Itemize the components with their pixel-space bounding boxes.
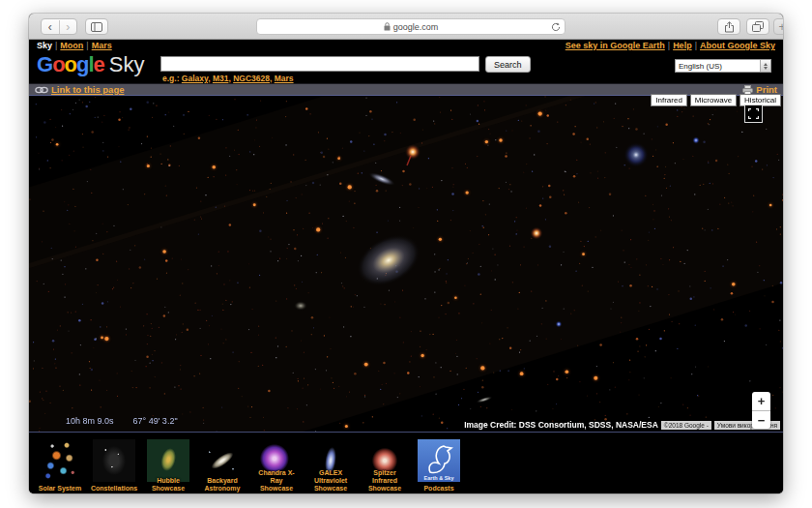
logo-letter: g bbox=[76, 52, 88, 76]
google-sky-logo: GoogleSky bbox=[37, 52, 145, 77]
forward-button[interactable]: › bbox=[59, 20, 77, 34]
microwave-button[interactable]: Microwave bbox=[690, 94, 737, 106]
showcase-label: GALEX Ultraviolet Showcase bbox=[300, 469, 362, 493]
language-value: English (US) bbox=[679, 62, 722, 71]
fullscreen-button[interactable] bbox=[744, 105, 763, 123]
safari-window: ‹ › google.com + Sk bbox=[29, 14, 783, 493]
showcase-chandra-xray[interactable]: Chandra X- Ray Showcase bbox=[253, 437, 300, 493]
search-examples: e.g.: Galaxy, M31, NGC3628, Mars bbox=[162, 74, 294, 83]
showcase-label: Hubble Showcase bbox=[137, 477, 199, 493]
back-button[interactable]: ‹ bbox=[42, 20, 59, 34]
showcase-backyard-astronomy[interactable]: Backyard Astronomy bbox=[199, 437, 246, 493]
dec-coordinate: 67° 49' 3.2" bbox=[133, 416, 178, 426]
chain-link-icon bbox=[35, 86, 48, 94]
zoom-in-button[interactable]: + bbox=[752, 392, 770, 410]
example-ngc3628-link[interactable]: NGC3628 bbox=[233, 74, 270, 83]
sky-map: Infrared Microwave Historical 10h 8m 9.0… bbox=[29, 96, 783, 432]
see-sky-in-google-earth-link[interactable]: See sky in Google Earth bbox=[566, 41, 665, 50]
showcase-label: Solar System bbox=[29, 485, 91, 493]
showcase-label: Backyard Astronomy bbox=[191, 477, 253, 493]
coordinate-readout: 10h 8m 9.0s 67° 49' 3.2" bbox=[66, 416, 178, 426]
separator: , bbox=[208, 74, 210, 83]
separator: , bbox=[228, 74, 230, 83]
showcase-spitzer-infrared[interactable]: Spitzer Infrared Showcase bbox=[362, 437, 408, 493]
example-m31-link[interactable]: M31 bbox=[213, 74, 229, 83]
logo-letter: o bbox=[52, 52, 64, 76]
printer-icon bbox=[742, 85, 753, 95]
infrared-button[interactable]: Infrared bbox=[651, 94, 687, 106]
address-bar[interactable]: google.com bbox=[256, 18, 566, 35]
topnav-right: See sky in Google Earth|Help|About Googl… bbox=[566, 41, 775, 50]
nav-button-group: ‹ › bbox=[41, 18, 77, 35]
showcase-solar-system[interactable]: Solar System bbox=[37, 437, 83, 493]
help-link[interactable]: Help bbox=[673, 41, 692, 50]
showcase-label: Spitzer Infrared Showcase bbox=[354, 469, 416, 493]
sidebar-icon bbox=[91, 22, 102, 32]
nav-sky-current: Sky bbox=[37, 41, 52, 50]
credit-row: Image Credit: DSS Consortium, SDSS, NASA… bbox=[464, 420, 780, 430]
sky-canvas[interactable] bbox=[29, 96, 783, 432]
select-arrows-icon bbox=[760, 60, 770, 72]
tab-overview-button[interactable] bbox=[746, 18, 769, 35]
sky-header: GoogleSky Search e.g.: Galaxy, M31, NGC3… bbox=[29, 51, 783, 83]
fullscreen-icon bbox=[748, 108, 759, 119]
showcase-label: Podcasts bbox=[408, 485, 470, 493]
logo-sky-text: Sky bbox=[109, 52, 145, 76]
browser-toolbar: ‹ › google.com + bbox=[29, 14, 783, 40]
nav-moon-link[interactable]: Moon bbox=[60, 41, 83, 50]
podcasts-thumbnail: Earth & Sky bbox=[418, 439, 460, 482]
url-text: google.com bbox=[393, 22, 439, 32]
share-button[interactable] bbox=[717, 18, 740, 35]
showcase-label: Constellations bbox=[83, 485, 145, 493]
screenshot-stage: ‹ › google.com + Sk bbox=[0, 0, 812, 508]
search-input[interactable] bbox=[160, 56, 479, 72]
solar-system-thumbnail bbox=[39, 439, 81, 482]
ra-coordinate: 10h 8m 9.0s bbox=[66, 416, 114, 426]
showcase-label: Chandra X- Ray Showcase bbox=[246, 469, 307, 493]
tabs-icon bbox=[752, 21, 764, 32]
link-to-this-page-link[interactable]: Link to this page bbox=[51, 84, 124, 95]
separator: , bbox=[270, 74, 272, 83]
separator: | bbox=[668, 41, 670, 50]
eg-prefix: e.g.: bbox=[162, 74, 179, 83]
example-mars-link[interactable]: Mars bbox=[275, 74, 294, 83]
showcase-hubble[interactable]: Hubble Showcase bbox=[145, 437, 191, 493]
lock-icon bbox=[384, 22, 391, 31]
sky-top-nav: Sky|Moon|Mars See sky in Google Earth|He… bbox=[29, 40, 783, 51]
language-select[interactable]: English (US) bbox=[675, 59, 771, 73]
separator: | bbox=[695, 41, 697, 50]
earth-sky-text: Earth & Sky bbox=[418, 475, 460, 481]
showcase-podcasts[interactable]: Earth & Sky Podcasts bbox=[416, 437, 462, 493]
topnav-left: Sky|Moon|Mars bbox=[37, 41, 112, 50]
copyright-notice: ©2018 Google - bbox=[661, 421, 711, 430]
hubble-thumbnail bbox=[147, 439, 189, 482]
example-galaxy-link[interactable]: Galaxy bbox=[182, 74, 208, 83]
reload-button[interactable] bbox=[551, 22, 561, 34]
share-icon bbox=[724, 21, 735, 33]
search-button[interactable]: Search bbox=[485, 56, 531, 73]
zoom-out-button[interactable]: − bbox=[752, 410, 770, 429]
logo-letter: e bbox=[94, 52, 104, 76]
image-credit: Image Credit: DSS Consortium, SDSS, NASA… bbox=[464, 420, 658, 430]
reload-icon bbox=[551, 22, 561, 32]
constellations-thumbnail bbox=[93, 439, 135, 482]
showcase-constellations[interactable]: Constellations bbox=[91, 437, 137, 493]
nav-mars-link[interactable]: Mars bbox=[92, 41, 112, 50]
logo-letter: G bbox=[37, 52, 52, 76]
separator: | bbox=[55, 41, 57, 50]
about-google-sky-link[interactable]: About Google Sky bbox=[700, 41, 775, 50]
new-tab-button[interactable]: + bbox=[773, 18, 783, 35]
backyard-astronomy-thumbnail bbox=[201, 439, 244, 482]
showcase-bar: Solar System Constellations Hubble Showc… bbox=[29, 432, 783, 493]
logo-letter: o bbox=[65, 52, 76, 76]
sidebar-button[interactable] bbox=[85, 18, 108, 35]
showcase-galex-ultraviolet[interactable]: GALEX Ultraviolet Showcase bbox=[307, 437, 354, 493]
separator: | bbox=[86, 41, 88, 50]
zoom-control: + − bbox=[752, 392, 770, 429]
